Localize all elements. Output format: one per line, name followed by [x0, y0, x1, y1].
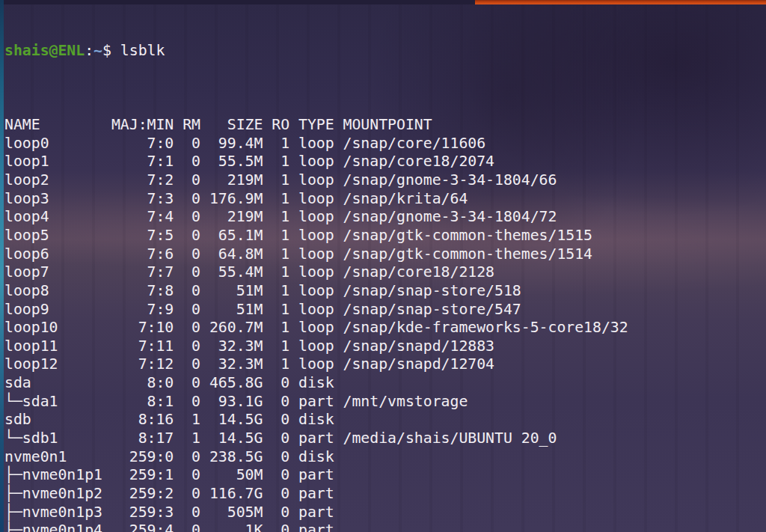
prompt-symbol: $: [102, 42, 120, 59]
prompt-path: ~: [94, 42, 102, 59]
lsblk-output: NAME MAJ:MIN RM SIZE RO TYPE MOUNTPOINT …: [4, 116, 766, 532]
terminal-window[interactable]: shais@ENL:~$ lsblk NAME MAJ:MIN RM SIZE …: [0, 4, 766, 532]
screen: shais@ENL:~$ lsblk NAME MAJ:MIN RM SIZE …: [0, 0, 766, 532]
command-text: lsblk: [120, 42, 165, 59]
prompt-user-host: shais@ENL: [4, 42, 85, 59]
command-line: shais@ENL:~$ lsblk: [4, 42, 766, 61]
prompt-separator: :: [85, 42, 94, 59]
